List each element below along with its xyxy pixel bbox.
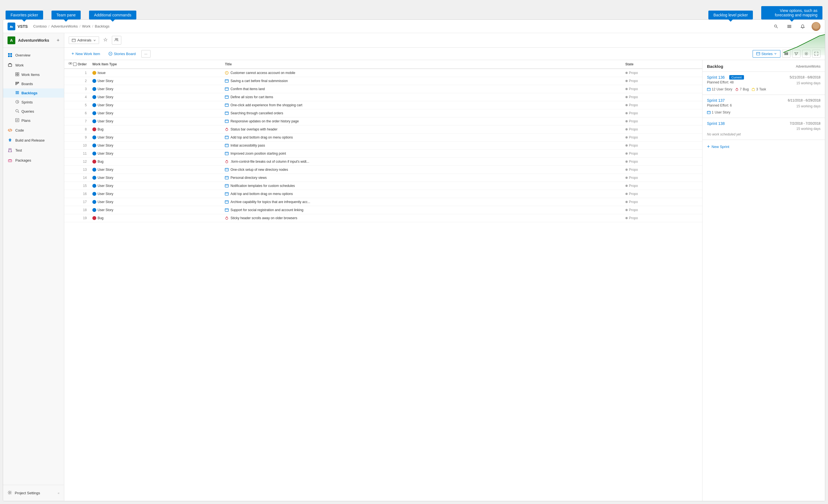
table-row[interactable]: 18 User Story Support for social registr… <box>64 206 702 214</box>
new-sprint-button[interactable]: + New Sprint <box>703 140 825 154</box>
new-work-item-button[interactable]: + New Work Item <box>69 50 103 57</box>
table-row[interactable]: 7 User Story Responsive updates on the o… <box>64 117 702 125</box>
cell-title[interactable]: Searching through cancelled orders <box>222 109 622 117</box>
table-row[interactable]: 6 User Story Searching through cancelled… <box>64 109 702 117</box>
table-row[interactable]: 13 User Story One-click setup of new dir… <box>64 166 702 174</box>
table-row[interactable]: 2 User Story Saving a cart before final … <box>64 77 702 85</box>
sprint-name[interactable]: Sprint 137 <box>707 98 725 102</box>
sidebar-item-backlogs[interactable]: Backlogs <box>3 88 64 98</box>
breadcrumb-adventureworks[interactable]: AdventureWorks <box>51 24 78 28</box>
state-label: Propo <box>629 176 638 180</box>
breadcrumb-backlogs[interactable]: Backlogs <box>95 24 110 28</box>
project-icon: A <box>7 36 15 44</box>
table-row[interactable]: 10 User Story Initial accessibility pass… <box>64 141 702 150</box>
view-options-tooltip[interactable]: View options, such as forecasting and ma… <box>761 6 822 19</box>
table-row[interactable]: 8 Bug Status bar overlaps with header Pr… <box>64 125 702 133</box>
cell-title[interactable]: Notification templates for custom schedu… <box>222 182 622 190</box>
sidebar-item-work-items[interactable]: Work Items <box>3 70 64 79</box>
new-sprint-label: New Sprint <box>712 144 730 149</box>
svg-point-38 <box>109 52 112 55</box>
avatar-image <box>812 22 821 31</box>
cell-title[interactable]: Initial accessibility pass <box>222 141 622 150</box>
col-order[interactable]: Order <box>64 60 90 69</box>
topbar-logo[interactable]: VSTS <box>7 23 28 30</box>
team-pane-tooltip[interactable]: Team pane <box>51 10 81 19</box>
favorites-star-button[interactable] <box>102 36 109 44</box>
cell-title[interactable]: Improved zoom position starting point <box>222 150 622 158</box>
sidebar-item-code[interactable]: Code <box>3 125 64 135</box>
sprint-name[interactable]: Sprint 138 <box>707 121 725 126</box>
cell-title[interactable]: Responsive updates on the order history … <box>222 117 622 125</box>
cell-state: Propo <box>623 141 702 150</box>
breadcrumb-work[interactable]: Work <box>82 24 90 28</box>
sidebar-item-build-release[interactable]: Build and Release <box>3 135 64 145</box>
table-row[interactable]: 16 User Story Add top and bottom drag on… <box>64 190 702 198</box>
team-members-button[interactable] <box>112 36 121 44</box>
col-state[interactable]: State <box>623 60 702 69</box>
sprint-tag: 1 User Story <box>707 111 730 114</box>
search-button[interactable] <box>772 22 780 31</box>
table-row[interactable]: 3 User Story Confirm that items land Pro… <box>64 85 702 93</box>
table-row[interactable]: 4 User Story Define all sizes for cart i… <box>64 93 702 101</box>
cell-title[interactable]: Confirm that items land <box>222 85 622 93</box>
cell-title[interactable]: Customer cannot access account on mobile <box>222 69 622 77</box>
sidebar-item-overview[interactable]: Overview <box>3 50 64 60</box>
team-selector[interactable]: Admirals <box>69 36 99 44</box>
panel-header: Backlog AdventureWorks <box>703 60 825 72</box>
cell-title[interactable]: Status bar overlaps with header <box>222 125 622 133</box>
table-row[interactable]: 19 Bug Sticky header scrolls away on old… <box>64 214 702 222</box>
sidebar-item-work[interactable]: Work <box>3 60 64 70</box>
sidebar-item-queries[interactable]: Queries <box>3 107 64 116</box>
cell-title[interactable]: Saving a cart before final submmission <box>222 77 622 85</box>
stories-board-button[interactable]: Stories Board <box>106 50 138 57</box>
col-title[interactable]: Title <box>222 60 622 69</box>
title-text: Archive capability for topics that are i… <box>231 200 310 204</box>
cell-title[interactable]: Add top and bottom drag on menu options <box>222 133 622 141</box>
more-options-button[interactable]: ··· <box>141 50 151 57</box>
title-text: Add top and bottom drag on menu options <box>231 192 293 196</box>
cell-title[interactable]: One-click add experience from the shoppi… <box>222 101 622 109</box>
sidebar-item-packages[interactable]: Packages <box>3 155 64 165</box>
additional-commands-tooltip[interactable]: Additional commands <box>89 10 136 19</box>
table-row[interactable]: 1 Issue Customer cannot access account o… <box>64 69 702 77</box>
list-button[interactable] <box>785 22 794 31</box>
sidebar-item-sprints[interactable]: Sprints <box>3 98 64 107</box>
sprint-name[interactable]: Sprint 136 <box>707 75 725 80</box>
table-row[interactable]: 5 User Story One-click add experience fr… <box>64 101 702 109</box>
table-row[interactable]: 11 User Story Improved zoom position sta… <box>64 150 702 158</box>
table-row[interactable]: 9 User Story Add top and bottom drag on … <box>64 133 702 141</box>
table-row[interactable]: 12 Bug .form-control-file breaks out of … <box>64 158 702 166</box>
sidebar-item-work-items-label: Work Items <box>22 73 40 77</box>
sprint-tags: 12 User Story 7 Bug 3 Task <box>707 87 821 91</box>
cell-title[interactable]: Define all sizes for cart items <box>222 93 622 101</box>
backlog-level-picker-tooltip[interactable]: Backlog level picker <box>708 10 753 19</box>
sidebar-item-boards[interactable]: Boards <box>3 79 64 88</box>
breadcrumb-contoso[interactable]: Contoso <box>33 24 47 28</box>
sprint-header: Sprint 136 Current 5/21/2018 - 6/8/2018 <box>707 75 821 80</box>
favorites-picker-tooltip[interactable]: Favorites picker <box>6 10 43 19</box>
sidebar-item-test[interactable]: Test <box>3 145 64 155</box>
cell-title[interactable]: Personal directory views <box>222 174 622 182</box>
table-row[interactable]: 15 User Story Notification templates for… <box>64 182 702 190</box>
sidebar-item-plans[interactable]: Plans <box>3 116 64 125</box>
table-row[interactable]: 14 User Story Personal directory views P… <box>64 174 702 182</box>
title-text: One-click add experience from the shoppi… <box>231 103 302 107</box>
project-settings-item[interactable]: Project Settings « <box>3 488 64 498</box>
state-label: Propo <box>629 119 638 123</box>
user-avatar[interactable] <box>812 22 821 31</box>
cell-title[interactable]: Sticky header scrolls away on older brow… <box>222 214 622 222</box>
state-dot <box>625 136 628 138</box>
project-add-button[interactable]: + <box>56 38 59 43</box>
cell-title[interactable]: Archive capability for topics that are i… <box>222 198 622 206</box>
svg-rect-51 <box>225 80 229 82</box>
project-name[interactable]: AdventureWorks <box>18 38 54 43</box>
table-row[interactable]: 17 User Story Archive capability for top… <box>64 198 702 206</box>
cell-title[interactable]: Support for social registration and acco… <box>222 206 622 214</box>
notifications-button[interactable] <box>798 22 807 31</box>
cell-title[interactable]: One-click setup of new directory nodes <box>222 166 622 174</box>
sidebar-nav: Overview Work Work Items <box>3 48 64 485</box>
col-type[interactable]: Work Item Type <box>90 60 222 69</box>
cell-title[interactable]: Add top and bottom drag on menu options <box>222 190 622 198</box>
stories-view-icon <box>756 52 760 56</box>
cell-title[interactable]: .form-control-file breaks out of column … <box>222 158 622 166</box>
